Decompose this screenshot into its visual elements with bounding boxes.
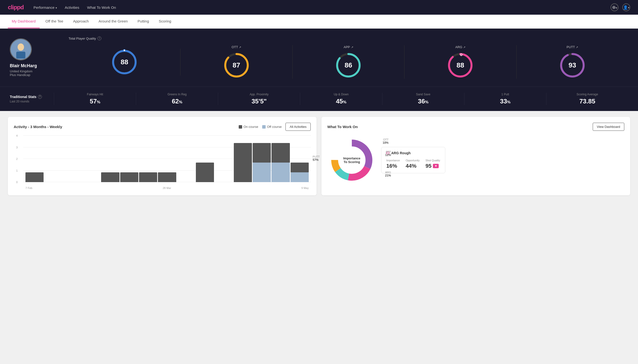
arg-score-value: 88 — [457, 61, 464, 69]
bar-group-13 — [272, 143, 290, 182]
info-importance: Importance 16% — [386, 159, 400, 169]
quality-help-icon[interactable]: ? — [97, 36, 101, 40]
legend-off-course: Off course — [262, 125, 282, 128]
bar-group-4 — [101, 172, 119, 182]
activity-chart-card: Activity - 3 Months - Weekly On course O… — [8, 117, 317, 195]
arg-circle: 88 — [447, 52, 474, 79]
putt-trend-icon — [576, 45, 578, 49]
performance-chevron — [56, 6, 57, 10]
info-metrics: Importance 16% Opportunity 44% Shot Qual… — [386, 159, 440, 169]
sub-nav-scoring[interactable]: Scoring — [155, 15, 175, 28]
svg-point-3 — [18, 44, 24, 49]
putt-label: PUTT — [566, 45, 578, 49]
off-course-bar — [272, 162, 290, 182]
ott-donut-label: OTT 10% — [383, 138, 388, 144]
bar-group-11 — [234, 143, 252, 182]
bar-group-0 — [26, 172, 44, 182]
on-course-bar — [196, 162, 214, 182]
activity-title: Activity - 3 Months - Weekly — [14, 125, 62, 129]
sub-nav-around-the-green[interactable]: Around the Green — [95, 15, 132, 28]
sub-nav-my-dashboard[interactable]: My Dashboard — [8, 15, 40, 28]
on-course-legend-dot — [239, 125, 242, 128]
quality-circles: 88 OTT 87 — [69, 45, 628, 79]
on-course-bar — [158, 172, 176, 182]
on-course-bar — [234, 143, 252, 182]
nav-performance[interactable]: Performance — [34, 6, 57, 10]
total-quality-section: Total Player Quality ? 88 OTT — [69, 36, 628, 79]
bar-group-7 — [158, 172, 176, 182]
sub-nav-off-the-tee[interactable]: Off the Tee — [42, 15, 67, 28]
sub-nav: My Dashboard Off the Tee Approach Around… — [0, 15, 638, 28]
stat-up-and-down: Up & Down 45% — [300, 93, 382, 105]
on-course-bar — [101, 172, 119, 182]
add-chevron — [616, 5, 617, 10]
total-quality-label: Total Player Quality ? — [69, 36, 628, 40]
ott-score-value: 87 — [233, 61, 240, 69]
info-card-title: ARG Rough — [391, 151, 410, 155]
shot-quality-value: 95 — [426, 163, 431, 169]
user-icon: 👤 — [623, 5, 628, 10]
app-circle: 86 — [335, 52, 362, 79]
bars-container — [24, 136, 311, 182]
bar-group-9 — [196, 162, 214, 182]
nav-right: ⊕ 👤 — [610, 4, 630, 11]
player-handicap: Plus Handicap — [10, 73, 30, 77]
all-activities-button[interactable]: All Activities — [285, 123, 311, 131]
ott-label: OTT — [232, 45, 241, 49]
nav-activities[interactable]: Activities — [65, 6, 79, 10]
sub-nav-putting[interactable]: Putting — [134, 15, 153, 28]
stat-greens-in-reg: Greens In Reg 62% — [136, 93, 218, 105]
bar-group-5 — [120, 172, 138, 182]
arg-label: ARG — [455, 45, 465, 49]
stat-scoring-average: Scoring Average 73.85 — [546, 93, 628, 105]
off-course-bar — [291, 172, 309, 182]
player-country: United Kingdom — [10, 70, 33, 73]
what-to-work-on-card: What To Work On View Dashboard — [321, 117, 630, 195]
ott-circle: 87 — [223, 52, 250, 79]
trad-stats-label: Traditional Stats ? Last 20 rounds — [10, 95, 54, 103]
app-score-value: 86 — [344, 61, 352, 69]
nav-what-to-work-on[interactable]: What To Work On — [87, 6, 116, 10]
donut-chart: Importance To Scoring — [327, 136, 376, 184]
bar-group-12 — [253, 143, 271, 182]
chart-area: 4 3 2 1 0 7 Feb 28 Mar 9 May — [14, 136, 311, 190]
top-nav: clippd Performance Activities What To Wo… — [0, 0, 638, 15]
view-dashboard-button[interactable]: View Dashboard — [593, 123, 624, 131]
info-shot-quality: Shot Quality 95 ▼ — [426, 159, 440, 169]
main-content: Activity - 3 Months - Weekly On course O… — [0, 111, 638, 201]
user-avatar-button[interactable]: 👤 — [622, 4, 630, 11]
putt-score-value: 93 — [568, 61, 576, 69]
legend-on-course: On course — [239, 125, 258, 128]
main-score-item: 88 — [69, 49, 180, 76]
off-course-bar — [253, 162, 271, 182]
off-course-legend-dot — [262, 125, 266, 128]
stat-items: Fairways Hit 57% Greens In Reg 62% App. … — [54, 93, 628, 105]
ott-score-item: OTT 87 — [180, 45, 292, 79]
arg-donut-label: ARG 21% — [385, 171, 391, 177]
trad-stats-help-icon[interactable]: ? — [38, 95, 42, 99]
stat-app-proximity: App. Proximity 35'5" — [218, 93, 300, 105]
opportunity-value: 44% — [406, 163, 420, 169]
arg-trend-icon — [463, 45, 465, 49]
on-course-bar — [26, 172, 44, 182]
stat-fairways-hit: Fairways Hit 57% — [54, 93, 136, 105]
donut-center-text: Importance To Scoring — [343, 156, 360, 164]
app-label: APP — [344, 45, 353, 49]
avatar-image — [11, 39, 31, 60]
on-course-bar — [291, 162, 309, 172]
on-course-bar — [272, 143, 290, 162]
shot-quality-value-container: 95 ▼ — [426, 163, 440, 169]
main-score-circle: 88 — [111, 49, 138, 76]
sub-nav-approach[interactable]: Approach — [69, 15, 93, 28]
logo: clippd — [8, 4, 24, 11]
on-course-bar — [139, 172, 157, 182]
stat-1-putt: 1 Putt 33% — [464, 93, 546, 105]
ott-trend-icon — [239, 45, 241, 49]
importance-value: 16% — [386, 163, 400, 169]
player-info: Blair McHarg United Kingdom Plus Handica… — [10, 38, 59, 77]
traditional-stats-section: Traditional Stats ? Last 20 rounds Fairw… — [0, 86, 638, 111]
chart-legend: On course Off course — [239, 125, 282, 128]
app-trend-icon — [351, 45, 353, 49]
add-button[interactable]: ⊕ — [610, 4, 618, 11]
app-donut-label: APP 12% — [385, 150, 391, 157]
